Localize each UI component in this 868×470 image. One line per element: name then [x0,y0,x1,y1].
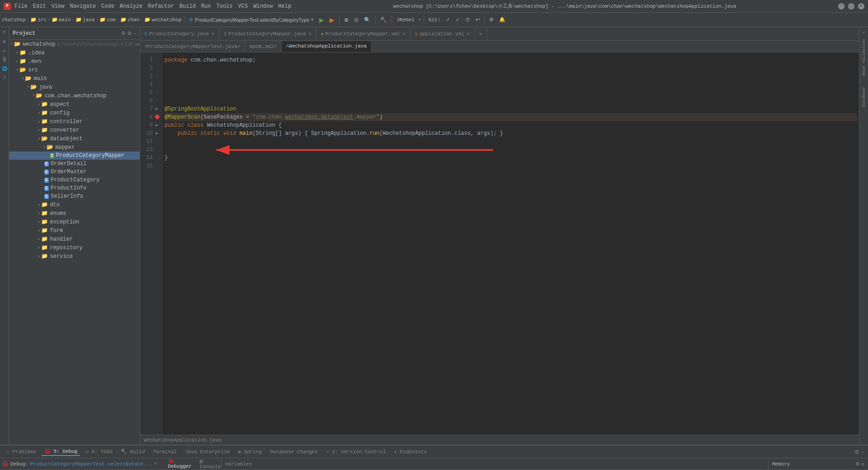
code-editor[interactable]: 1 2 3 + 4 5 + 6 7 ▶ 8 ⬤ 9 ▶ 10 ▶ 11 13 1… [140,52,859,435]
breadcrumb-item-java[interactable]: java [83,17,94,23]
bottom-tab-9[interactable]: ✦ Endpoints [391,448,429,456]
tab-close-pcmt[interactable]: × [237,44,241,49]
bottom-close-button[interactable]: − [861,449,864,455]
tab-pcmapper-test[interactable]: T ProductCategoryMapperTest.java × [140,41,245,52]
bottom-tab-4[interactable]: Terminal [151,448,180,456]
menu-navigate[interactable]: Navigate [70,3,96,9]
debug-tab-debugger[interactable]: 🐞 Debugger [164,458,195,470]
menu-edit[interactable]: Edit [33,3,46,9]
debug-tab-console[interactable]: ▤ Console [196,458,224,470]
tree-item-productcategorymapper[interactable]: I ProductCategoryMapper [9,152,140,160]
tab-product-category-mapper-xml[interactable]: ✦ ProductCategoryMapper.xml × [316,28,410,40]
tab-product-category-java[interactable]: C ProductCategory.java × [140,28,219,40]
run-config-btn[interactable]: ⚙ ProductCategoryMapperTest.selectByCate… [187,14,316,25]
coverage-button[interactable]: ⊕ [342,14,350,25]
close-button[interactable]: × [858,3,864,9]
menu-view[interactable]: View [52,3,65,9]
git-history-button[interactable]: ⏱ [463,14,472,25]
tab-pom-xml[interactable]: m pom.xml × [245,41,281,52]
minimize-button[interactable]: − [838,3,844,9]
menu-window[interactable]: Window [253,3,273,9]
database-label[interactable]: Database [862,87,866,107]
breadcrumb-item-wechatshop[interactable]: wechatshop [151,17,181,23]
tree-item-.idea[interactable]: ▸ 📁 .idea [9,48,140,57]
bookmarks-icon[interactable]: ★ [1,47,8,54]
debug-run-button[interactable]: ▶ [328,14,336,25]
bottom-tab-8[interactable]: ⑂ 2: Version Control [323,448,388,456]
persistence-icon[interactable]: 🗄 [1,56,8,63]
tab-close-pc[interactable]: × [212,32,214,37]
tree-item-exception[interactable]: ▸ 📁 exception [9,218,140,226]
run-button[interactable]: ▶ [317,14,326,25]
build-button[interactable]: 🔨 [378,14,389,25]
tree-item-converter[interactable]: ▸ 📁 converter [9,126,140,134]
bottom-tab-6[interactable]: ✿ Spring [235,448,264,456]
tree-item-sellerinfo[interactable]: C SellerInfo [9,192,140,200]
structure-icon[interactable]: ⊞ [1,38,8,45]
gutter-run-icon[interactable]: ▶ [156,121,158,129]
git-rollback-button[interactable]: ↩ [474,14,481,25]
tree-item-service[interactable]: ▸ 📁 service [9,252,140,261]
breadcrumb-item-chan[interactable]: chan [127,17,139,23]
tree-item-wechatshop[interactable]: ▾ 📂 wechatshop C:\Users\fchen\Desktop\小工… [9,40,140,48]
tab-product-category-mapper-java[interactable]: I ProductCategoryMapper.java × [219,28,316,40]
breadcrumb-item-com[interactable]: com [107,17,116,23]
tree-item-controller[interactable]: ▸ 📁 controller [9,117,140,126]
tree-item-repository[interactable]: ▸ 📁 repository [9,243,140,252]
project-icon[interactable]: P [1,29,8,36]
tree-item-productinfo[interactable]: C ProductInfo [9,184,140,192]
tree-item-config[interactable]: ▸ 📁 config [9,109,140,117]
gutter-fold-icon[interactable]: + [156,89,158,97]
bottom-settings-button[interactable]: ⚙ [854,449,859,455]
menu-vcs[interactable]: VCS [238,3,248,9]
notifications-button[interactable]: 🔔 [497,14,507,25]
git-commit-button[interactable]: ✓ [454,14,462,25]
bottom-tab-5[interactable]: Java Enterprise [182,448,232,456]
tree-item-com.chan.wechatshop[interactable]: ▾ 📂 com.chan.wechatshop [9,91,140,100]
bean-validation-label[interactable]: Bean Validation [862,39,866,76]
git-update-button[interactable]: ✓ [444,14,452,25]
menu-code[interactable]: Code [101,3,114,9]
memory-collapse-button[interactable]: ≡ [862,461,864,467]
settings-button[interactable]: ⚙ [487,14,495,25]
tree-item-orderdetail[interactable]: C OrderDetail [9,160,140,168]
menu-tools[interactable]: Tools [217,3,233,9]
tree-item-mapper[interactable]: ▾ 📂 mapper [9,143,140,152]
tab-application-yml[interactable]: y application.yml × [410,28,475,40]
memory-settings-button[interactable]: ⚙ [855,461,860,467]
menu-analyze[interactable]: Analyze [120,3,142,9]
bottom-tab-0[interactable]: ⚠ Problems [4,448,39,456]
maximize-button[interactable]: □ [848,3,854,9]
tab-close-pcm[interactable]: × [309,32,311,37]
tree-item-aspect[interactable]: ▸ 📁 aspect [9,100,140,109]
menu-run[interactable]: Run [201,3,211,9]
web-icon[interactable]: 🌐 [1,65,8,72]
tree-item-main[interactable]: ▾ 📂 main [9,74,140,83]
bottom-tab-7[interactable]: Database Changes [267,448,321,456]
bottom-tab-2[interactable]: ☑ 6: TODO [83,448,115,456]
gutter-run-icon[interactable]: ▶ [156,105,158,113]
gutter-fold-icon[interactable]: + [156,72,158,81]
right-checkmark-icon[interactable]: ✓ [860,29,868,36]
menu-refactor[interactable]: Refactor [148,3,174,9]
jrebel-sidebar-icon[interactable]: J [1,74,8,81]
tree-item-dto[interactable]: ▸ 📁 dto [9,200,140,209]
gutter-debug-icon[interactable]: ⬤ [155,113,160,121]
tree-item-productcategory[interactable]: C ProductCategory [9,176,140,184]
profiler-button[interactable]: ⊙ [352,14,360,25]
window-controls[interactable]: − □ × [838,3,864,9]
bottom-tab-1[interactable]: 🐞 5: Debug [42,447,80,456]
tab-close-pcmx[interactable]: × [403,32,406,37]
breadcrumb-item-main[interactable]: main [59,17,71,23]
tab-close-ay[interactable]: × [467,32,470,37]
code-area[interactable]: package com.chan.wechatshop;@SpringBootA… [163,52,859,435]
tree-item-java[interactable]: ▾ 📂 java [9,83,140,91]
debug-tab-close[interactable]: × [154,461,157,466]
bottom-tab-3[interactable]: 🔨 Build [118,448,148,456]
menu-file[interactable]: File [14,3,28,9]
tree-item-form[interactable]: ▸ 📁 form [9,226,140,235]
menu-help[interactable]: Help [278,3,291,9]
gutter-run-icon[interactable]: ▶ [156,129,158,138]
tree-item-ordermaster[interactable]: C OrderMaster [9,168,140,176]
tree-item-dataobject[interactable]: ▾ 📂 dataobject [9,134,140,143]
